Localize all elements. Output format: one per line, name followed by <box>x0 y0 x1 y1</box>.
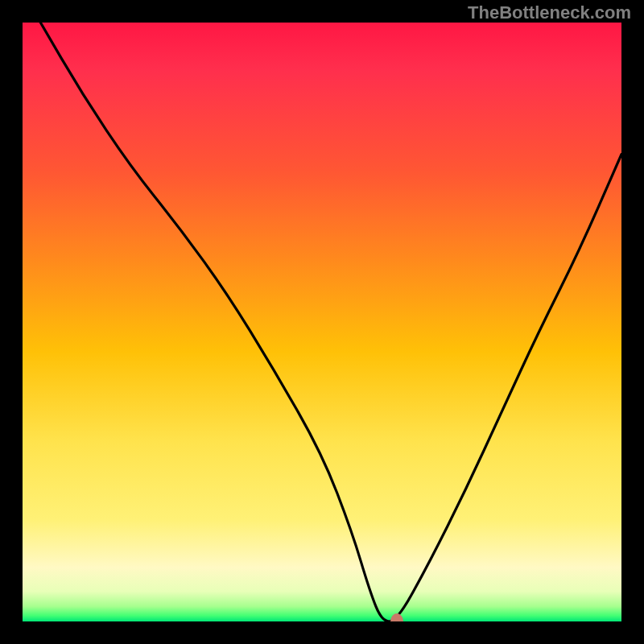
watermark-text: TheBottleneck.com <box>468 2 631 23</box>
chart-frame: TheBottleneck.com <box>0 0 644 644</box>
bottleneck-curve <box>23 23 621 621</box>
plot-area <box>23 23 621 621</box>
